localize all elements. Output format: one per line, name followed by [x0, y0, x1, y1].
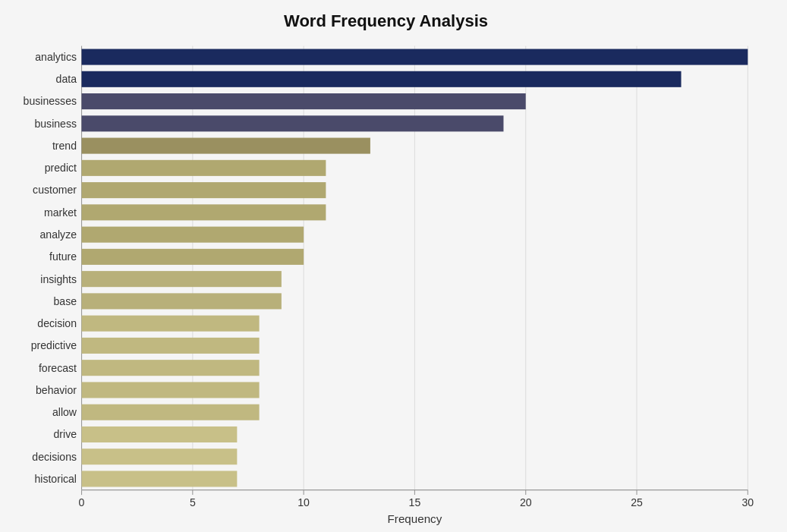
svg-rect-60 [82, 449, 238, 464]
svg-rect-38 [82, 204, 326, 220]
svg-rect-48 [82, 316, 260, 332]
svg-text:insights: insights [40, 273, 77, 285]
svg-rect-52 [82, 360, 260, 376]
svg-text:predictive: predictive [31, 339, 77, 351]
svg-rect-28 [82, 93, 526, 109]
svg-text:market: market [44, 206, 77, 219]
svg-text:10: 10 [297, 496, 310, 508]
chart-container: Word Frequency Analysis 051015202530Freq… [0, 0, 787, 532]
svg-text:historical: historical [34, 473, 77, 485]
svg-rect-32 [82, 138, 370, 154]
svg-text:30: 30 [741, 496, 754, 508]
svg-rect-30 [82, 115, 504, 131]
bar-chart: 051015202530Frequencyanalyticsdatabusine… [8, 40, 764, 528]
svg-text:analytics: analytics [35, 51, 77, 63]
svg-text:0: 0 [79, 496, 85, 508]
svg-text:businesses: businesses [24, 95, 77, 107]
svg-text:20: 20 [520, 496, 532, 508]
svg-rect-62 [82, 471, 238, 486]
svg-text:25: 25 [631, 496, 643, 508]
svg-rect-24 [82, 49, 748, 65]
svg-rect-26 [82, 71, 682, 87]
svg-text:decision: decision [37, 317, 77, 329]
svg-text:data: data [56, 73, 77, 85]
svg-rect-54 [82, 382, 260, 398]
svg-text:drive: drive [54, 428, 77, 440]
svg-text:trend: trend [52, 140, 77, 152]
svg-rect-36 [82, 182, 326, 198]
svg-text:predict: predict [45, 162, 77, 174]
chart-title: Word Frequency Analysis [8, 11, 764, 31]
svg-text:5: 5 [190, 496, 196, 508]
svg-text:business: business [34, 118, 77, 130]
svg-rect-44 [82, 271, 282, 287]
svg-text:behavior: behavior [36, 384, 77, 396]
svg-rect-58 [82, 427, 238, 442]
svg-rect-50 [82, 338, 260, 354]
svg-text:future: future [49, 250, 77, 263]
svg-text:15: 15 [409, 496, 421, 508]
svg-text:decisions: decisions [32, 451, 77, 463]
svg-rect-46 [82, 293, 282, 309]
svg-text:customer: customer [33, 184, 77, 196]
svg-text:allow: allow [52, 406, 77, 418]
svg-rect-34 [82, 160, 326, 176]
svg-text:analyze: analyze [39, 228, 77, 241]
svg-text:base: base [53, 295, 77, 307]
svg-text:Frequency: Frequency [388, 512, 442, 525]
svg-rect-56 [82, 405, 260, 420]
svg-rect-42 [82, 249, 304, 265]
svg-text:forecast: forecast [39, 362, 77, 374]
svg-rect-40 [82, 227, 304, 243]
